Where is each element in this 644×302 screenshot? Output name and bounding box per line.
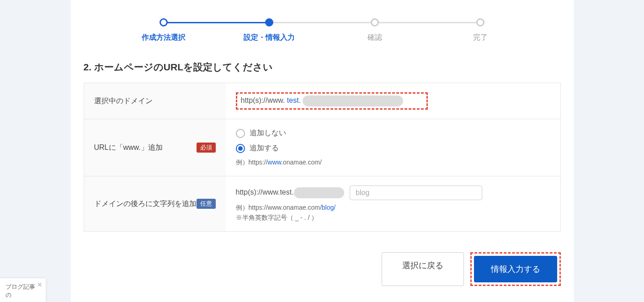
suffix-input-line: http(s)://www.test. blog — [236, 185, 550, 200]
row-content: http(s)://www.test. blog 例）https://www.o… — [226, 176, 560, 231]
row-label: ドメインの後ろに文字列を追加 任意 — [84, 176, 226, 231]
step-1: 作成方法選択 — [111, 18, 217, 42]
suffix-input[interactable]: blog — [350, 185, 482, 200]
button-row: 選択に戻る 情報入力する — [84, 252, 561, 286]
domain-masked — [303, 95, 403, 106]
label-text: URLに「www.」追加 — [94, 143, 163, 153]
row-label: 選択中のドメイン — [84, 83, 226, 119]
step-circle-pending-icon — [476, 18, 484, 26]
radio-dot-icon — [238, 146, 243, 151]
step-label: 完了 — [473, 33, 488, 42]
step-label: 作成方法選択 — [142, 33, 186, 42]
radio-label: 追加しない — [250, 128, 286, 138]
required-badge: 必須 — [197, 143, 216, 153]
example-prefix: 例）https://www.onamae.com/ — [236, 204, 322, 211]
section-heading: 2. ホームページのURLを設定してください — [84, 61, 561, 74]
step-circle-current-icon — [265, 18, 273, 26]
label-text: 選択中のドメイン — [94, 96, 153, 106]
radio-label: 追加する — [250, 143, 279, 153]
popup-text: ブログ記事の — [5, 283, 40, 299]
step-connector — [375, 22, 480, 23]
radio-unchecked-icon — [236, 129, 245, 138]
radio-checked-icon — [236, 144, 245, 153]
radio-option-yes[interactable]: 追加する — [236, 143, 550, 153]
note-text: ※半角英数字記号（ _ - . / ） — [236, 214, 550, 222]
domain-masked-small — [294, 187, 344, 198]
close-icon[interactable]: × — [37, 280, 42, 290]
progress-steps: 作成方法選択 設定・情報入力 確認 完了 — [111, 18, 533, 42]
optional-badge: 任意 — [197, 199, 216, 209]
domain-highlight-box: http(s)://www. test. — [236, 92, 428, 110]
example-text: 例）https://www.onamae.com/blog/ — [236, 204, 550, 212]
blog-popup: × ブログ記事の — [0, 278, 46, 302]
step-connector — [164, 22, 269, 23]
radio-option-no[interactable]: 追加しない — [236, 128, 550, 138]
primary-highlight-wrap: 情報入力する — [470, 252, 561, 286]
form-table: 選択中のドメイン http(s)://www. test. URLに「www.」… — [84, 83, 561, 232]
row-content: http(s)://www. test. — [226, 83, 560, 119]
step-label: 確認 — [367, 33, 382, 42]
example-highlight: blog/ — [322, 204, 335, 211]
label-text: ドメインの後ろに文字列を追加 — [94, 199, 197, 209]
row-label: URLに「www.」追加 必須 — [84, 119, 226, 176]
step-label: 設定・情報入力 — [244, 33, 295, 42]
row-content: 追加しない 追加する 例）https://www.onamae.com/ — [226, 119, 560, 176]
domain-value: test. — [287, 96, 301, 104]
back-button[interactable]: 選択に戻る — [382, 252, 464, 286]
suffix-prefix: http(s)://www.test. — [236, 188, 294, 196]
step-circle-pending-icon — [371, 18, 379, 26]
example-highlight: www. — [268, 159, 283, 166]
domain-prefix: http(s)://www. — [241, 96, 287, 104]
row-www-add: URLに「www.」追加 必須 追加しない 追加する 例）https://www… — [84, 119, 560, 176]
example-text: 例）https://www.onamae.com/ — [236, 159, 550, 167]
step-circle-done-icon — [160, 18, 168, 26]
example-prefix: 例）https:// — [236, 159, 268, 166]
step-connector — [269, 22, 375, 23]
row-suffix: ドメインの後ろに文字列を追加 任意 http(s)://www.test. bl… — [84, 176, 560, 231]
row-selected-domain: 選択中のドメイン http(s)://www. test. — [84, 83, 560, 119]
next-button[interactable]: 情報入力する — [474, 256, 557, 282]
example-suffix: onamae.com/ — [283, 159, 322, 166]
